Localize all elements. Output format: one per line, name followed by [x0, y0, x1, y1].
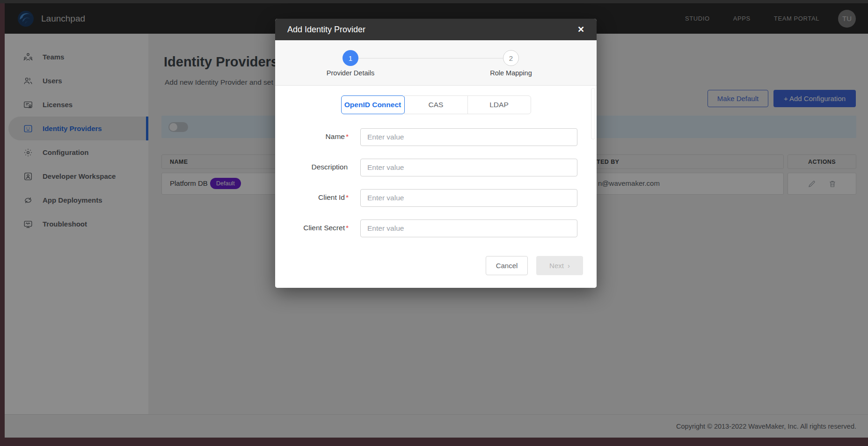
tab-cas[interactable]: CAS: [404, 95, 468, 114]
step-2-circle[interactable]: 2: [503, 50, 519, 66]
add-identity-provider-modal: Add Identity Provider ✕ 1 2 Provider Det…: [275, 19, 597, 288]
name-label: Name*: [275, 132, 349, 141]
tab-ldap[interactable]: LDAP: [467, 95, 531, 114]
required-asterisk: *: [346, 193, 349, 201]
modal-title: Add Identity Provider: [287, 25, 365, 35]
client-secret-field[interactable]: [360, 219, 577, 237]
close-icon[interactable]: ✕: [577, 25, 584, 34]
tab-openid-connect[interactable]: OpenID Connect: [341, 95, 405, 114]
required-asterisk: *: [346, 224, 349, 232]
browser-frame-top: [0, 0, 868, 3]
next-button[interactable]: Next ›: [536, 256, 583, 275]
modal-scrollbar-thumb[interactable]: [591, 88, 595, 139]
stepper-connector-line: [358, 58, 503, 58]
description-label: Description: [275, 163, 349, 171]
client-id-label: Client Id*: [275, 193, 349, 202]
wizard-stepper: 1 2 Provider Details Role Mapping: [275, 40, 597, 86]
step-2-label: Role Mapping: [464, 69, 558, 77]
name-field[interactable]: [360, 128, 577, 146]
step-1-label: Provider Details: [304, 69, 397, 77]
step-1-circle[interactable]: 1: [343, 50, 358, 66]
client-id-field[interactable]: [360, 189, 577, 207]
cancel-button[interactable]: Cancel: [486, 256, 528, 275]
provider-type-tabs: OpenID Connect CAS LDAP: [341, 95, 531, 114]
modal-body: OpenID Connect CAS LDAP Name* Descriptio…: [275, 86, 597, 288]
client-secret-label: Client Secret*: [275, 224, 349, 232]
chevron-right-icon: ›: [568, 262, 570, 270]
required-asterisk: *: [346, 132, 349, 140]
description-field[interactable]: [360, 159, 577, 176]
modal-header: Add Identity Provider ✕: [275, 19, 597, 40]
next-button-label: Next: [549, 262, 564, 270]
